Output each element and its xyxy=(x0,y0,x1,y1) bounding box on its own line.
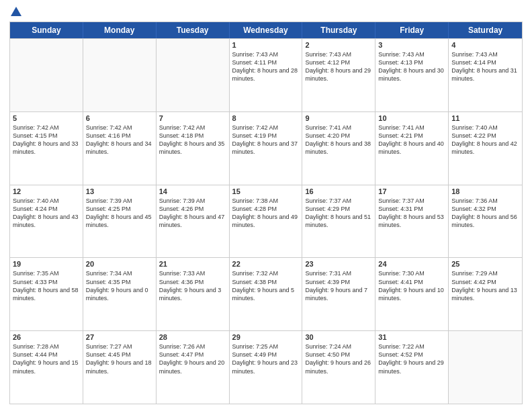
day-number: 29 xyxy=(232,333,300,341)
logo-triangle-icon xyxy=(11,7,21,16)
empty-cell xyxy=(157,39,230,111)
day-cell-31: 31Sunrise: 7:22 AM Sunset: 4:52 PM Dayli… xyxy=(375,331,449,404)
day-info: Sunrise: 7:42 AM Sunset: 4:15 PM Dayligh… xyxy=(13,124,80,156)
day-info: Sunrise: 7:43 AM Sunset: 4:13 PM Dayligh… xyxy=(378,50,445,83)
day-number: 12 xyxy=(13,187,80,195)
day-number: 23 xyxy=(305,260,372,268)
day-number: 2 xyxy=(305,41,372,49)
day-info: Sunrise: 7:34 AM Sunset: 4:35 PM Dayligh… xyxy=(86,269,153,302)
day-number: 17 xyxy=(378,187,445,195)
day-cell-16: 16Sunrise: 7:37 AM Sunset: 4:29 PM Dayli… xyxy=(302,185,375,258)
day-cell-9: 9Sunrise: 7:41 AM Sunset: 4:20 PM Daylig… xyxy=(302,112,375,185)
day-number: 25 xyxy=(451,260,519,268)
header-day-saturday: Saturday xyxy=(449,22,522,38)
day-number: 8 xyxy=(232,114,300,122)
day-number: 21 xyxy=(159,260,226,268)
day-cell-27: 27Sunrise: 7:27 AM Sunset: 4:45 PM Dayli… xyxy=(83,331,157,404)
day-cell-29: 29Sunrise: 7:25 AM Sunset: 4:49 PM Dayli… xyxy=(230,331,303,404)
day-cell-26: 26Sunrise: 7:28 AM Sunset: 4:44 PM Dayli… xyxy=(10,331,83,404)
day-info: Sunrise: 7:37 AM Sunset: 4:31 PM Dayligh… xyxy=(378,197,445,230)
day-number: 9 xyxy=(305,114,372,122)
day-number: 5 xyxy=(13,114,80,122)
day-info: Sunrise: 7:42 AM Sunset: 4:19 PM Dayligh… xyxy=(232,124,300,156)
day-number: 18 xyxy=(451,187,519,195)
day-cell-14: 14Sunrise: 7:39 AM Sunset: 4:26 PM Dayli… xyxy=(157,185,230,258)
day-number: 15 xyxy=(232,187,300,195)
calendar-week-3: 12Sunrise: 7:40 AM Sunset: 4:24 PM Dayli… xyxy=(10,185,522,258)
day-info: Sunrise: 7:30 AM Sunset: 4:41 PM Dayligh… xyxy=(378,269,445,302)
day-info: Sunrise: 7:43 AM Sunset: 4:11 PM Dayligh… xyxy=(232,50,300,83)
day-info: Sunrise: 7:38 AM Sunset: 4:28 PM Dayligh… xyxy=(232,197,300,230)
day-number: 10 xyxy=(378,114,445,122)
day-cell-30: 30Sunrise: 7:24 AM Sunset: 4:50 PM Dayli… xyxy=(302,331,375,404)
header-day-sunday: Sunday xyxy=(10,22,83,38)
calendar-body: 1Sunrise: 7:43 AM Sunset: 4:11 PM Daylig… xyxy=(10,38,522,404)
day-number: 7 xyxy=(159,114,226,122)
day-info: Sunrise: 7:32 AM Sunset: 4:38 PM Dayligh… xyxy=(232,269,300,302)
day-info: Sunrise: 7:39 AM Sunset: 4:25 PM Dayligh… xyxy=(86,197,153,230)
day-number: 14 xyxy=(159,187,226,195)
header-day-wednesday: Wednesday xyxy=(230,22,303,38)
logo xyxy=(9,7,21,17)
day-info: Sunrise: 7:43 AM Sunset: 4:14 PM Dayligh… xyxy=(451,50,519,83)
page: SundayMondayTuesdayWednesdayThursdayFrid… xyxy=(0,0,532,411)
day-cell-18: 18Sunrise: 7:36 AM Sunset: 4:32 PM Dayli… xyxy=(449,185,522,258)
calendar-week-2: 5Sunrise: 7:42 AM Sunset: 4:15 PM Daylig… xyxy=(10,111,522,185)
day-info: Sunrise: 7:42 AM Sunset: 4:16 PM Dayligh… xyxy=(86,124,153,156)
day-info: Sunrise: 7:40 AM Sunset: 4:22 PM Dayligh… xyxy=(451,124,519,156)
calendar: SundayMondayTuesdayWednesdayThursdayFrid… xyxy=(9,21,523,404)
empty-cell xyxy=(10,39,83,111)
day-cell-25: 25Sunrise: 7:29 AM Sunset: 4:42 PM Dayli… xyxy=(449,258,522,330)
day-cell-19: 19Sunrise: 7:35 AM Sunset: 4:33 PM Dayli… xyxy=(10,258,83,330)
empty-cell xyxy=(83,39,157,111)
day-cell-4: 4Sunrise: 7:43 AM Sunset: 4:14 PM Daylig… xyxy=(449,39,522,111)
day-cell-24: 24Sunrise: 7:30 AM Sunset: 4:41 PM Dayli… xyxy=(375,258,449,330)
day-info: Sunrise: 7:25 AM Sunset: 4:49 PM Dayligh… xyxy=(232,342,300,375)
day-number: 3 xyxy=(378,41,445,49)
day-number: 6 xyxy=(86,114,153,122)
day-number: 20 xyxy=(86,260,153,268)
calendar-week-5: 26Sunrise: 7:28 AM Sunset: 4:44 PM Dayli… xyxy=(10,330,522,404)
day-cell-28: 28Sunrise: 7:26 AM Sunset: 4:47 PM Dayli… xyxy=(157,331,230,404)
day-info: Sunrise: 7:24 AM Sunset: 4:50 PM Dayligh… xyxy=(305,342,372,375)
day-cell-8: 8Sunrise: 7:42 AM Sunset: 4:19 PM Daylig… xyxy=(230,112,303,185)
day-info: Sunrise: 7:39 AM Sunset: 4:26 PM Dayligh… xyxy=(159,197,226,230)
day-number: 16 xyxy=(305,187,372,195)
day-number: 24 xyxy=(378,260,445,268)
day-cell-23: 23Sunrise: 7:31 AM Sunset: 4:39 PM Dayli… xyxy=(302,258,375,330)
calendar-header: SundayMondayTuesdayWednesdayThursdayFrid… xyxy=(10,22,522,38)
day-info: Sunrise: 7:33 AM Sunset: 4:36 PM Dayligh… xyxy=(159,269,226,302)
day-cell-17: 17Sunrise: 7:37 AM Sunset: 4:31 PM Dayli… xyxy=(375,185,449,258)
day-cell-1: 1Sunrise: 7:43 AM Sunset: 4:11 PM Daylig… xyxy=(230,39,303,111)
day-number: 1 xyxy=(232,41,300,49)
day-cell-22: 22Sunrise: 7:32 AM Sunset: 4:38 PM Dayli… xyxy=(230,258,303,330)
empty-cell xyxy=(449,331,522,404)
day-cell-5: 5Sunrise: 7:42 AM Sunset: 4:15 PM Daylig… xyxy=(10,112,83,185)
day-cell-11: 11Sunrise: 7:40 AM Sunset: 4:22 PM Dayli… xyxy=(449,112,522,185)
day-info: Sunrise: 7:27 AM Sunset: 4:45 PM Dayligh… xyxy=(86,342,153,375)
day-info: Sunrise: 7:36 AM Sunset: 4:32 PM Dayligh… xyxy=(451,197,519,230)
day-info: Sunrise: 7:31 AM Sunset: 4:39 PM Dayligh… xyxy=(305,269,372,302)
day-info: Sunrise: 7:41 AM Sunset: 4:21 PM Dayligh… xyxy=(378,124,445,156)
day-info: Sunrise: 7:29 AM Sunset: 4:42 PM Dayligh… xyxy=(451,269,519,302)
day-info: Sunrise: 7:22 AM Sunset: 4:52 PM Dayligh… xyxy=(378,342,445,375)
header-day-thursday: Thursday xyxy=(302,22,375,38)
day-number: 19 xyxy=(13,260,80,268)
day-info: Sunrise: 7:35 AM Sunset: 4:33 PM Dayligh… xyxy=(13,269,80,302)
day-info: Sunrise: 7:42 AM Sunset: 4:18 PM Dayligh… xyxy=(159,124,226,156)
day-cell-12: 12Sunrise: 7:40 AM Sunset: 4:24 PM Dayli… xyxy=(10,185,83,258)
day-number: 31 xyxy=(378,333,445,341)
calendar-week-4: 19Sunrise: 7:35 AM Sunset: 4:33 PM Dayli… xyxy=(10,257,522,330)
day-number: 27 xyxy=(86,333,153,341)
day-number: 13 xyxy=(86,187,153,195)
day-cell-2: 2Sunrise: 7:43 AM Sunset: 4:12 PM Daylig… xyxy=(302,39,375,111)
day-info: Sunrise: 7:43 AM Sunset: 4:12 PM Dayligh… xyxy=(305,50,372,83)
day-cell-3: 3Sunrise: 7:43 AM Sunset: 4:13 PM Daylig… xyxy=(375,39,449,111)
day-cell-20: 20Sunrise: 7:34 AM Sunset: 4:35 PM Dayli… xyxy=(83,258,157,330)
day-info: Sunrise: 7:28 AM Sunset: 4:44 PM Dayligh… xyxy=(13,342,80,375)
day-number: 22 xyxy=(232,260,300,268)
day-cell-10: 10Sunrise: 7:41 AM Sunset: 4:21 PM Dayli… xyxy=(375,112,449,185)
day-cell-6: 6Sunrise: 7:42 AM Sunset: 4:16 PM Daylig… xyxy=(83,112,157,185)
day-info: Sunrise: 7:41 AM Sunset: 4:20 PM Dayligh… xyxy=(305,124,372,156)
day-info: Sunrise: 7:26 AM Sunset: 4:47 PM Dayligh… xyxy=(159,342,226,375)
